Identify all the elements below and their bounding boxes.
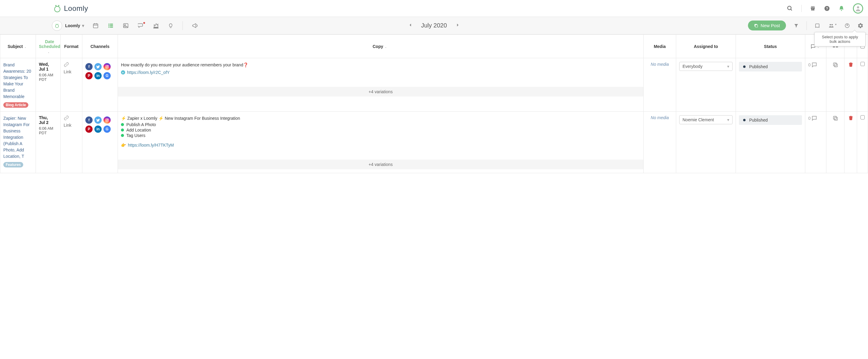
svg-rect-21 <box>108 24 109 24</box>
copy-bullet: Publish A Photo <box>121 122 640 127</box>
date-dow: Wed, <box>39 62 57 67</box>
divider <box>806 21 807 30</box>
format-label: Link <box>64 123 79 128</box>
list-view-icon[interactable] <box>108 23 114 29</box>
row-checkbox[interactable] <box>861 115 865 119</box>
media-label: No media <box>651 62 669 67</box>
post-icon <box>754 24 758 28</box>
svg-point-8 <box>811 6 813 8</box>
ideas-icon[interactable] <box>168 23 174 29</box>
megaphone-icon[interactable] <box>192 23 198 29</box>
gift-icon[interactable] <box>810 6 815 11</box>
calendar-selector-label: Loomly <box>65 23 80 28</box>
comment-icon <box>811 115 817 121</box>
pinterest-icon[interactable]: P <box>85 125 93 133</box>
settings-icon[interactable] <box>858 23 863 28</box>
svg-rect-24 <box>110 25 113 26</box>
new-post-button[interactable]: New Post <box>748 21 786 30</box>
library-icon[interactable] <box>815 23 820 28</box>
svg-point-43 <box>106 119 108 121</box>
sort-icon <box>24 44 28 49</box>
svg-rect-7 <box>812 7 813 10</box>
svg-rect-17 <box>93 24 98 28</box>
svg-rect-22 <box>110 24 113 24</box>
analytics-icon[interactable] <box>153 23 159 29</box>
avatar[interactable] <box>853 3 863 13</box>
table-row: Brand Awareness: 20 Strategies To Make Y… <box>0 58 868 112</box>
col-subject[interactable]: Subject <box>0 35 36 58</box>
variations-button[interactable]: +4 variations <box>118 159 643 169</box>
comments-count[interactable]: 0 <box>808 62 823 68</box>
filter-icon[interactable] <box>794 23 799 28</box>
variations-button[interactable]: +4 variations <box>118 87 643 96</box>
svg-line-4 <box>791 9 792 10</box>
search-icon[interactable] <box>787 5 793 11</box>
delete-icon[interactable] <box>848 63 853 68</box>
google-icon[interactable]: G <box>103 125 111 133</box>
svg-point-15 <box>56 24 56 24</box>
next-month-button[interactable] <box>456 22 460 29</box>
linkedin-icon[interactable]: in <box>94 125 102 133</box>
link-badge-icon: ▸ <box>121 70 125 74</box>
calendar-badge-icon[interactable] <box>52 21 62 31</box>
sort-icon <box>384 44 389 49</box>
row-checkbox[interactable] <box>861 62 865 66</box>
svg-point-9 <box>813 6 815 8</box>
col-media: Media <box>644 35 676 58</box>
view-icons <box>93 21 198 30</box>
facebook-icon[interactable]: f <box>85 63 93 70</box>
svg-rect-46 <box>833 116 836 119</box>
svg-point-32 <box>832 24 833 25</box>
subject-link[interactable]: Zapier: New Instagram For Business Integ… <box>3 115 33 159</box>
copy-link[interactable]: 👉 https://loom.ly/H7TKTyM <box>121 143 640 148</box>
date-time: 6:06 AM PDT <box>39 126 57 135</box>
col-status: Status <box>736 35 805 58</box>
instagram-icon[interactable] <box>103 116 111 124</box>
instagram-icon[interactable] <box>103 63 111 70</box>
toolbar: Loomly ▾ July 2020 New Post ▾ Select pos… <box>0 17 868 34</box>
linkedin-icon[interactable]: in <box>94 72 102 79</box>
calendar-view-icon[interactable] <box>93 23 99 29</box>
col-assigned: Assigned to <box>676 35 736 58</box>
copy-bullet: Add Location <box>121 128 640 132</box>
prev-month-button[interactable] <box>408 22 412 29</box>
channels: f P in G <box>85 62 115 79</box>
export-icon[interactable] <box>844 23 850 28</box>
media-view-icon[interactable] <box>123 23 129 29</box>
comments-count[interactable]: 0 <box>808 115 823 121</box>
duplicate-icon[interactable] <box>832 64 838 69</box>
calendar-selector[interactable]: Loomly ▾ <box>65 23 84 28</box>
facebook-icon[interactable]: f <box>85 116 93 124</box>
google-icon[interactable]: G <box>103 72 111 79</box>
format-label: Link <box>64 69 79 74</box>
twitter-icon[interactable] <box>94 63 102 70</box>
loomly-logo-icon <box>53 4 62 13</box>
brand-name: Loomly <box>64 4 88 13</box>
pinterest-icon[interactable]: P <box>85 72 93 79</box>
bell-icon[interactable] <box>838 5 844 11</box>
bulk-actions-tooltip: Select posts to apply bulk actions <box>814 32 866 47</box>
assigned-select[interactable]: Everybody▾ <box>679 62 733 71</box>
col-date[interactable]: Date Scheduled <box>36 35 61 58</box>
interactions-icon[interactable] <box>138 23 144 29</box>
collaborators-icon[interactable]: ▾ <box>828 23 837 28</box>
svg-point-2 <box>58 5 59 6</box>
col-copy[interactable]: Copy <box>118 35 644 58</box>
date-time: 6:06 AM PDT <box>39 73 57 82</box>
duplicate-icon[interactable] <box>832 117 838 122</box>
delete-icon[interactable] <box>848 117 853 122</box>
twitter-icon[interactable] <box>94 116 102 124</box>
copy-link[interactable]: ▸https://loom.ly/r2C_ofY <box>121 70 640 75</box>
svg-point-38 <box>106 66 108 67</box>
assigned-select[interactable]: Noemie Clement▾ <box>679 115 733 124</box>
svg-rect-40 <box>834 64 837 67</box>
comment-icon <box>811 62 817 68</box>
subject-link[interactable]: Brand Awareness: 20 Strategies To Make Y… <box>3 62 33 100</box>
link-icon <box>64 62 79 68</box>
svg-point-31 <box>830 24 831 25</box>
help-icon[interactable]: ? <box>824 5 830 11</box>
divider <box>801 5 802 12</box>
copy-bullet: Tag Users <box>121 133 640 138</box>
brand[interactable]: Loomly <box>53 4 88 13</box>
date-md: Jul 1 <box>39 67 57 71</box>
